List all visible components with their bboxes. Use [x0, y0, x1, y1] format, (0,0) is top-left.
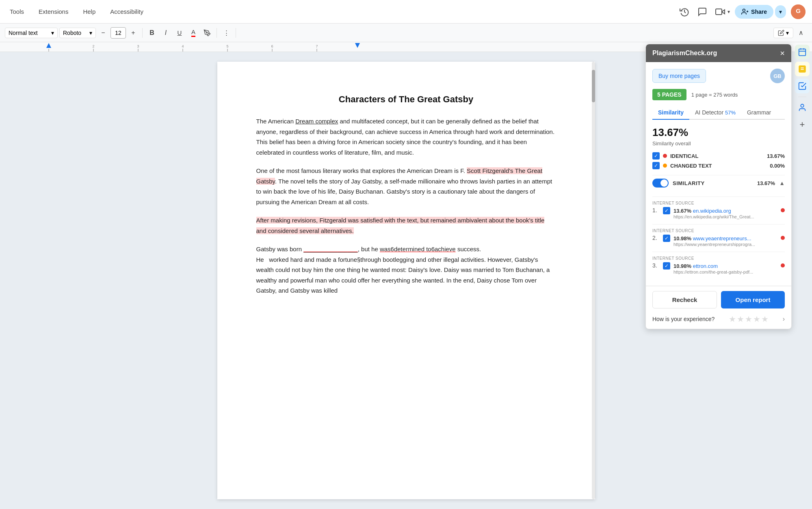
check-identical-pct: 13.67%	[767, 153, 785, 159]
toolbar: Normal text ▾ Roboto ▾ − + B I U A ⋮ ▾ ∧	[0, 24, 812, 42]
separator-1	[142, 28, 143, 38]
highlighted-text-2: After making revisions, Fitzgerald was s…	[256, 217, 545, 234]
source-item-1: INTERNET SOURCE 1. ✓ 13.67% en.wikipedia…	[652, 196, 785, 219]
source-domain-3[interactable]: ettron.com	[693, 263, 718, 269]
stars-rating[interactable]: ★ ★ ★ ★ ★	[729, 314, 769, 324]
source-pct-3: 10.98%	[673, 263, 693, 269]
pages-desc: 1 page = 275 words	[691, 92, 738, 98]
style-selector[interactable]: Normal text ▾	[5, 28, 58, 38]
font-color-button[interactable]: A	[187, 27, 199, 39]
menu-accessibility[interactable]: Accessibility	[107, 6, 147, 17]
underline-button[interactable]: U	[173, 27, 186, 39]
menu-tools[interactable]: Tools	[6, 6, 27, 17]
tab-ai-detector[interactable]: AI Detector 57%	[689, 106, 741, 119]
source-check-2[interactable]: ✓	[663, 235, 670, 242]
toggle-chevron-up[interactable]: ▲	[779, 180, 785, 186]
check-changed-box[interactable]: ✓	[652, 162, 660, 169]
font-selector[interactable]: Roboto ▾	[59, 28, 96, 38]
font-size-decrease[interactable]: −	[97, 27, 109, 39]
more-options-button[interactable]: ⋮	[220, 27, 232, 39]
share-button[interactable]: Share	[735, 5, 773, 19]
paragraph-1: The American Dream complex and multiface…	[256, 116, 556, 157]
pages-row: 5 PAGES 1 page = 275 words	[652, 89, 785, 100]
font-size-increase[interactable]: +	[128, 27, 139, 39]
highlighter-button[interactable]	[201, 27, 213, 39]
star-3[interactable]: ★	[745, 314, 752, 324]
similarity-score: 13.67%	[652, 126, 785, 139]
star-2[interactable]: ★	[737, 314, 744, 324]
tab-grammar[interactable]: Grammar	[741, 106, 777, 119]
side-calendar-icon[interactable]	[795, 52, 810, 59]
source-domain-2[interactable]: www.yeaentrepreneurs...	[693, 235, 751, 242]
pen-edit-button[interactable]: ▾	[773, 28, 793, 38]
document-page: Characters of The Great Gatsby The Ameri…	[217, 62, 595, 499]
tab-similarity[interactable]: Similarity	[652, 106, 689, 120]
comment-icon[interactable]	[696, 5, 709, 18]
tabs-row: Similarity AI Detector 57% Grammar	[652, 106, 785, 120]
style-label: Normal text	[9, 30, 38, 36]
side-person-icon[interactable]	[795, 100, 810, 115]
svg-rect-1	[716, 9, 722, 15]
separator-3	[236, 28, 236, 38]
camera-icon[interactable]	[714, 5, 727, 18]
ai-badge: 57%	[725, 110, 736, 116]
bold-button[interactable]: B	[146, 27, 158, 39]
font-size-input[interactable]	[110, 27, 126, 39]
paragraph-4: Gatsby was born ________________, but he…	[256, 244, 556, 296]
svg-text:4: 4	[182, 44, 184, 48]
side-plus-icon[interactable]: +	[795, 117, 810, 132]
source-list: INTERNET SOURCE 1. ✓ 13.67% en.wikipedia…	[652, 196, 785, 274]
check-changed-label: CHANGED TEXT	[670, 163, 712, 169]
source-url-2: https://www.yeaentrepreneurshipprogra...	[673, 242, 777, 247]
star-4[interactable]: ★	[753, 314, 760, 324]
star-1[interactable]: ★	[729, 314, 736, 324]
source-info-2: 10.98% www.yeaentrepreneurs... https://w…	[673, 235, 777, 247]
svg-text:2: 2	[92, 44, 94, 48]
source-domain-1[interactable]: en.wikipedia.org	[693, 208, 731, 214]
source-pct-2: 10.98%	[673, 235, 693, 242]
avatar[interactable]: G	[791, 4, 806, 19]
source-dot-2	[781, 236, 785, 240]
check-identical-label: IDENTICAL	[670, 153, 698, 159]
scrollbar-thumb[interactable]	[592, 70, 595, 102]
italic-button[interactable]: I	[160, 27, 172, 39]
camera-video-group: ▾	[714, 5, 730, 18]
style-dropdown-arrow: ▾	[51, 30, 54, 36]
source-pct-domain-1: 13.67% en.wikipedia.org	[673, 207, 777, 214]
source-num-3: 3.	[652, 262, 660, 269]
svg-marker-0	[722, 10, 725, 14]
check-identical-box[interactable]: ✓	[652, 152, 660, 160]
similarity-toggle-row: SIMILARITY 13.67% ▲	[652, 175, 785, 191]
experience-row: How is your experience? ★ ★ ★ ★ ★ ›	[652, 314, 785, 324]
buy-more-button[interactable]: Buy more pages	[652, 69, 706, 83]
star-5[interactable]: ★	[761, 314, 769, 324]
camera-dropdown-arrow[interactable]: ▾	[728, 9, 730, 15]
side-task-icon[interactable]	[795, 79, 810, 93]
pages-badge: 5 PAGES	[652, 89, 686, 100]
font-label: Roboto	[63, 30, 81, 36]
source-check-1[interactable]: ✓	[663, 207, 670, 214]
panel-title: PlagiarismCheck.org	[652, 52, 717, 57]
font-color-a: A	[191, 28, 195, 37]
recheck-button[interactable]: Recheck	[652, 291, 717, 308]
experience-chevron-right[interactable]: ›	[783, 315, 785, 323]
panel-header: PlagiarismCheck.org ×	[646, 52, 791, 62]
menu-help[interactable]: Help	[80, 6, 99, 17]
source-check-3[interactable]: ✓	[663, 262, 670, 270]
share-dropdown-button[interactable]: ▾	[775, 5, 786, 18]
scrollbar-track[interactable]	[592, 62, 595, 499]
underline-blank: ________________	[303, 246, 357, 252]
menu-extensions[interactable]: Extensions	[35, 6, 71, 17]
source-item-2: INTERNET SOURCE 2. ✓ 10.98% www.yeaentre…	[652, 224, 785, 247]
panel-close-button[interactable]: ×	[780, 52, 785, 57]
top-bar-right: ▾ Share ▾ G	[678, 4, 806, 19]
source-row-3: 3. ✓ 10.98% ettron.com https://ettron.co…	[652, 262, 785, 274]
menu-bar: Tools Extensions Help Accessibility	[6, 6, 147, 17]
open-report-button[interactable]: Open report	[721, 291, 785, 308]
history-icon[interactable]	[678, 5, 691, 18]
similarity-toggle[interactable]	[652, 179, 669, 188]
source-pct-domain-3: 10.98% ettron.com	[673, 262, 777, 270]
side-note-icon[interactable]	[795, 62, 810, 76]
dream-complex-link: Dream complex	[295, 118, 338, 125]
toolbar-collapse-button[interactable]: ∧	[795, 27, 807, 39]
